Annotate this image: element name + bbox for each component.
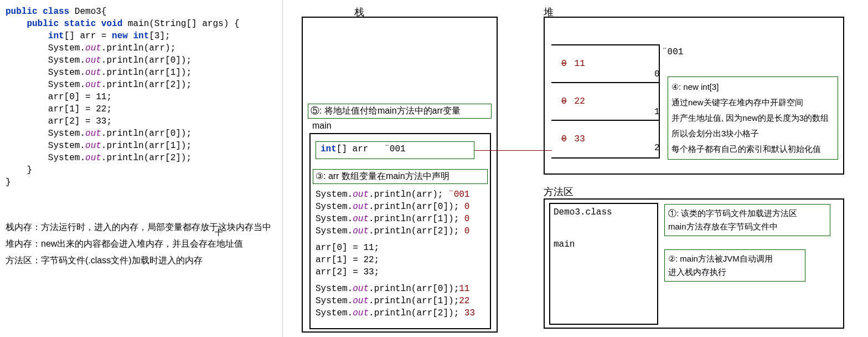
step2-annotation: ②: main方法被JVM自动调用 进入栈内存执行 bbox=[664, 249, 805, 282]
class-name: Demo3.class bbox=[554, 207, 654, 217]
cursor-icon bbox=[215, 228, 223, 236]
heap-cell-1: 022 bbox=[551, 83, 659, 121]
stack-execution-trace: System.out.println(arr); ¨001 System.out… bbox=[316, 188, 475, 319]
stack-note: 栈内存：方法运行时，进入的内存，局部变量都存放于这块内存当中 bbox=[6, 219, 280, 236]
pointer-arrow bbox=[474, 150, 552, 151]
heap-index-0: 0 bbox=[654, 69, 660, 79]
heap-index-2: 2 bbox=[654, 143, 660, 153]
main-frame-label: main bbox=[312, 121, 332, 131]
divider bbox=[282, 0, 283, 337]
step4-annotation: ④: new int[3] 通过new关键字在堆内存中开辟空间 并产生地址值, … bbox=[668, 76, 838, 160]
heap-cell-0: 011 bbox=[551, 45, 659, 83]
heap-address: ¨001 bbox=[662, 47, 683, 57]
method-note: 方法区：字节码文件(.class文件)加载时进入的内存 bbox=[6, 252, 280, 269]
heap-index-1: 1 bbox=[654, 107, 660, 117]
heap-array: 011 022 033 bbox=[551, 44, 660, 159]
source-code: public class Demo3{ public static void m… bbox=[6, 6, 280, 188]
step1-annotation: ①: 该类的字节码文件加载进方法区 main方法存放在字节码文件中 bbox=[664, 204, 830, 236]
heap-cell-2: 033 bbox=[551, 121, 659, 159]
step3-annotation: ③: arr 数组变量在main方法中声明 bbox=[313, 169, 488, 184]
arr-declaration: int[] arr ¨001 bbox=[316, 141, 474, 159]
method-label: 方法区 bbox=[544, 185, 574, 198]
memory-notes: 栈内存：方法运行时，进入的内存，局部变量都存放于这块内存当中 堆内存：new出来… bbox=[6, 219, 280, 269]
step5-annotation: ⑤: 将地址值付给main方法中的arr变量 bbox=[308, 104, 492, 119]
heap-note: 堆内存：new出来的内容都会进入堆内存，并且会存在地址值 bbox=[6, 236, 280, 252]
method-name: main bbox=[554, 239, 654, 249]
class-file: Demo3.class main bbox=[549, 203, 658, 325]
